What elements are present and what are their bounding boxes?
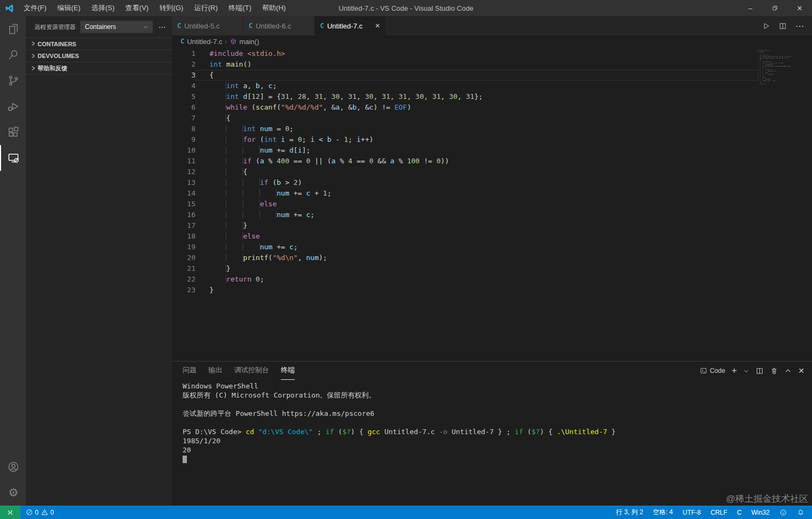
code-line[interactable]: 3{ xyxy=(172,70,812,81)
code-line[interactable]: 15 else xyxy=(172,199,812,210)
code-line[interactable]: 11 if (a % 400 == 0 || (a % 4 == 0 && a … xyxy=(172,156,812,167)
menu-item-0[interactable]: 文件(F) xyxy=(18,0,52,16)
split-terminal-icon[interactable] xyxy=(756,367,764,375)
panel-tab-输出[interactable]: 输出 xyxy=(208,362,222,380)
activity-search-icon[interactable] xyxy=(0,42,26,68)
activity-run-debug-icon[interactable] xyxy=(0,93,26,119)
sidebar-section-帮助和反馈[interactable]: >帮助和反馈 xyxy=(26,62,172,75)
code-line[interactable]: 4 int a, b, c; xyxy=(172,81,812,91)
line-number[interactable]: 7 xyxy=(172,113,195,124)
problems-status[interactable]: 0 0 xyxy=(26,509,54,516)
restore-icon[interactable] xyxy=(763,0,787,16)
code-line[interactable]: 19 num += c; xyxy=(172,242,812,253)
menu-item-6[interactable]: 终端(T) xyxy=(223,0,257,16)
line-number[interactable]: 21 xyxy=(172,263,195,274)
code-line[interactable]: 16 num += c; xyxy=(172,210,812,220)
menu-item-2[interactable]: 选择(S) xyxy=(86,0,120,16)
menu-item-1[interactable]: 编辑(E) xyxy=(52,0,86,16)
line-number[interactable]: 8 xyxy=(172,124,195,134)
code-line[interactable]: 17 } xyxy=(172,220,812,231)
line-number[interactable]: 10 xyxy=(172,145,195,156)
tab-Untitled-6.c[interactable]: CUntitled-6.c xyxy=(243,16,315,35)
line-number[interactable]: 9 xyxy=(172,134,195,145)
kill-terminal-trash-icon[interactable] xyxy=(770,367,778,375)
activity-settings-icon[interactable]: ⚙ xyxy=(0,480,26,506)
terminal-shell-selector[interactable]: Code xyxy=(700,367,726,374)
line-number[interactable]: 16 xyxy=(172,210,195,220)
editor-more-actions-icon[interactable]: ⋯ xyxy=(795,21,804,31)
menu-item-4[interactable]: 转到(G) xyxy=(154,0,189,16)
code-line[interactable]: 22 return 0; xyxy=(172,274,812,285)
minimize-icon[interactable]: – xyxy=(738,0,763,16)
sidebar-section-CONTAINERS[interactable]: >CONTAINERS xyxy=(26,38,172,50)
launch-profile-chevron-icon[interactable] xyxy=(743,368,749,374)
notifications-bell-icon[interactable] xyxy=(797,509,804,516)
line-number[interactable]: 11 xyxy=(172,156,195,167)
close-window-icon[interactable]: ✕ xyxy=(787,0,812,16)
code-line[interactable]: 9 for (int i = 0; i < b - 1; i++) xyxy=(172,134,812,145)
platform[interactable]: Win32 xyxy=(751,509,770,516)
cursor-position[interactable]: 行 3, 列 2 xyxy=(616,508,643,517)
line-number[interactable]: 18 xyxy=(172,231,195,242)
code-line[interactable]: 20 printf("%d\n", num); xyxy=(172,253,812,263)
panel-tab-问题[interactable]: 问题 xyxy=(183,362,197,380)
more-actions-icon[interactable]: ⋯ xyxy=(158,23,166,31)
breadcrumb-file[interactable]: Untitled-7.c xyxy=(187,38,222,46)
menu-item-7[interactable]: 帮助(H) xyxy=(257,0,291,16)
line-number[interactable]: 2 xyxy=(172,59,195,70)
line-number[interactable]: 13 xyxy=(172,177,195,188)
code-line[interactable]: 12 { xyxy=(172,167,812,177)
line-number[interactable]: 15 xyxy=(172,199,195,210)
code-line[interactable]: 6 while (scanf("%d/%d/%d", &a, &b, &c) !… xyxy=(172,102,812,113)
activity-extensions-icon[interactable] xyxy=(0,119,26,145)
activity-remote-explorer-icon[interactable] xyxy=(0,145,26,171)
code-line[interactable]: 1#include <stdio.h> xyxy=(172,48,812,59)
activity-account-icon[interactable] xyxy=(0,454,26,480)
indentation[interactable]: 空格: 4 xyxy=(653,508,673,517)
language-mode[interactable]: C xyxy=(737,509,742,516)
minimap[interactable]: #include <stdio.h>int main(){ int a, b, … xyxy=(758,49,791,86)
code-line[interactable]: 23} xyxy=(172,285,812,295)
menu-item-5[interactable]: 运行(R) xyxy=(189,0,223,16)
feedback-icon[interactable] xyxy=(779,509,787,516)
code-line[interactable]: 7 { xyxy=(172,113,812,124)
code-editor[interactable]: 1#include <stdio.h>2int main()3{4 int a,… xyxy=(172,47,812,361)
line-number[interactable]: 3 xyxy=(172,70,195,81)
activity-explorer-icon[interactable] xyxy=(0,16,26,42)
code-line[interactable]: 8 int num = 0; xyxy=(172,124,812,134)
run-button[interactable] xyxy=(762,22,770,30)
line-number[interactable]: 14 xyxy=(172,188,195,199)
line-number[interactable]: 23 xyxy=(172,285,195,295)
menu-item-3[interactable]: 查看(V) xyxy=(120,0,154,16)
code-line[interactable]: 5 int d[12] = {31, 28, 31, 30, 31, 30, 3… xyxy=(172,91,812,102)
close-panel-icon[interactable]: ✕ xyxy=(798,366,804,375)
line-number[interactable]: 20 xyxy=(172,253,195,263)
encoding[interactable]: UTF-8 xyxy=(683,509,701,516)
line-number[interactable]: 17 xyxy=(172,220,195,231)
breadcrumb-symbol[interactable]: main() xyxy=(240,38,259,46)
line-number[interactable]: 4 xyxy=(172,81,195,91)
close-tab-icon[interactable]: ✕ xyxy=(375,22,380,30)
code-line[interactable]: 21 } xyxy=(172,263,812,274)
tab-Untitled-5.c[interactable]: CUntitled-5.c xyxy=(172,16,243,35)
containers-select[interactable]: Containers xyxy=(80,20,153,33)
line-number[interactable]: 22 xyxy=(172,274,195,285)
panel-tab-调试控制台[interactable]: 调试控制台 xyxy=(234,362,269,380)
split-editor-icon[interactable] xyxy=(779,22,787,30)
remote-indicator[interactable] xyxy=(0,506,20,519)
activity-source-control-icon[interactable] xyxy=(0,68,26,93)
line-number[interactable]: 5 xyxy=(172,91,195,102)
code-line[interactable]: 14 num += c + 1; xyxy=(172,188,812,199)
terminal-output[interactable]: Windows PowerShell版权所有 (C) Microsoft Cor… xyxy=(172,380,812,506)
line-number[interactable]: 19 xyxy=(172,242,195,253)
maximize-panel-chevron-up-icon[interactable] xyxy=(785,367,792,374)
eol-sequence[interactable]: CRLF xyxy=(711,509,727,516)
line-number[interactable]: 6 xyxy=(172,102,195,113)
code-line[interactable]: 18 else xyxy=(172,231,812,242)
sidebar-section-DEVVOLUMES[interactable]: >DEVVOLUMES xyxy=(26,50,172,62)
line-number[interactable]: 12 xyxy=(172,167,195,177)
code-line[interactable]: 2int main() xyxy=(172,59,812,70)
panel-tab-终端[interactable]: 终端 xyxy=(281,362,295,380)
line-number[interactable]: 1 xyxy=(172,48,195,59)
tab-Untitled-7.c[interactable]: CUntitled-7.c✕ xyxy=(315,16,386,35)
